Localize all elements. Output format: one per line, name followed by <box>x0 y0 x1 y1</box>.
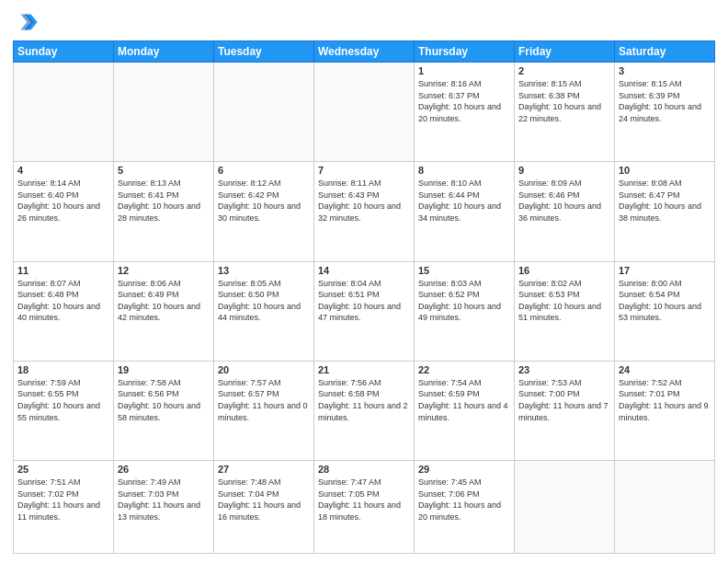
calendar-cell: 28Sunrise: 7:47 AMSunset: 7:05 PMDayligh… <box>314 461 415 554</box>
calendar-cell: 29Sunrise: 7:45 AMSunset: 7:06 PMDayligh… <box>415 461 515 554</box>
calendar-cell: 21Sunrise: 7:56 AMSunset: 6:58 PMDayligh… <box>314 361 415 460</box>
header-day-monday: Monday <box>114 41 214 63</box>
calendar-cell: 20Sunrise: 7:57 AMSunset: 6:57 PMDayligh… <box>214 361 314 460</box>
calendar-cell: 9Sunrise: 8:09 AMSunset: 6:46 PMDaylight… <box>515 162 615 261</box>
calendar-cell: 7Sunrise: 8:11 AMSunset: 6:43 PMDaylight… <box>314 162 415 261</box>
calendar-cell: 10Sunrise: 8:08 AMSunset: 6:47 PMDayligh… <box>615 162 715 261</box>
calendar-cell: 23Sunrise: 7:53 AMSunset: 7:00 PMDayligh… <box>515 361 615 460</box>
day-number: 2 <box>518 65 610 76</box>
calendar-cell <box>314 63 415 162</box>
calendar-cell: 13Sunrise: 8:05 AMSunset: 6:50 PMDayligh… <box>214 261 314 361</box>
calendar-cell: 22Sunrise: 7:54 AMSunset: 6:59 PMDayligh… <box>415 361 515 460</box>
day-number: 11 <box>17 265 109 276</box>
calendar-cell: 19Sunrise: 7:58 AMSunset: 6:56 PMDayligh… <box>114 361 214 460</box>
cell-info: Sunrise: 7:52 AMSunset: 7:01 PMDaylight:… <box>619 377 711 423</box>
calendar-cell: 4Sunrise: 8:14 AMSunset: 6:40 PMDaylight… <box>14 162 114 261</box>
cell-info: Sunrise: 7:57 AMSunset: 6:57 PMDaylight:… <box>218 377 310 423</box>
day-number: 8 <box>418 165 510 176</box>
cell-info: Sunrise: 8:08 AMSunset: 6:47 PMDaylight:… <box>619 178 711 224</box>
day-number: 1 <box>418 65 510 76</box>
day-number: 23 <box>518 364 610 375</box>
header-day-wednesday: Wednesday <box>314 41 415 63</box>
day-number: 29 <box>418 464 510 475</box>
cell-info: Sunrise: 8:15 AMSunset: 6:39 PMDaylight:… <box>619 78 711 124</box>
calendar-cell: 24Sunrise: 7:52 AMSunset: 7:01 PMDayligh… <box>615 361 715 460</box>
calendar-table: SundayMondayTuesdayWednesdayThursdayFrid… <box>13 40 715 554</box>
cell-info: Sunrise: 8:07 AMSunset: 6:48 PMDaylight:… <box>17 278 109 324</box>
cell-info: Sunrise: 7:54 AMSunset: 6:59 PMDaylight:… <box>418 377 510 423</box>
day-number: 26 <box>118 464 210 475</box>
cell-info: Sunrise: 7:47 AMSunset: 7:05 PMDaylight:… <box>318 477 410 523</box>
day-number: 28 <box>318 464 410 475</box>
calendar-cell <box>114 63 214 162</box>
cell-info: Sunrise: 8:12 AMSunset: 6:42 PMDaylight:… <box>218 178 310 224</box>
logo <box>13 9 42 35</box>
cell-info: Sunrise: 8:11 AMSunset: 6:43 PMDaylight:… <box>318 178 410 224</box>
header <box>13 9 715 35</box>
calendar-cell: 25Sunrise: 7:51 AMSunset: 7:02 PMDayligh… <box>14 461 114 554</box>
cell-info: Sunrise: 7:59 AMSunset: 6:55 PMDaylight:… <box>17 377 109 423</box>
calendar-cell <box>515 461 615 554</box>
calendar-cell: 11Sunrise: 8:07 AMSunset: 6:48 PMDayligh… <box>14 261 114 361</box>
cell-info: Sunrise: 8:10 AMSunset: 6:44 PMDaylight:… <box>418 178 510 224</box>
cell-info: Sunrise: 7:51 AMSunset: 7:02 PMDaylight:… <box>17 477 109 523</box>
day-number: 17 <box>619 265 711 276</box>
day-number: 3 <box>619 65 711 76</box>
week-row-0: 1Sunrise: 8:16 AMSunset: 6:37 PMDaylight… <box>14 63 715 162</box>
day-number: 13 <box>218 265 310 276</box>
day-number: 21 <box>318 364 410 375</box>
calendar-cell: 18Sunrise: 7:59 AMSunset: 6:55 PMDayligh… <box>14 361 114 460</box>
calendar-cell: 1Sunrise: 8:16 AMSunset: 6:37 PMDaylight… <box>415 63 515 162</box>
calendar-cell: 26Sunrise: 7:49 AMSunset: 7:03 PMDayligh… <box>114 461 214 554</box>
day-number: 7 <box>318 165 410 176</box>
day-number: 24 <box>619 364 711 375</box>
calendar-cell: 5Sunrise: 8:13 AMSunset: 6:41 PMDaylight… <box>114 162 214 261</box>
calendar-cell <box>14 63 114 162</box>
calendar-cell: 14Sunrise: 8:04 AMSunset: 6:51 PMDayligh… <box>314 261 415 361</box>
calendar-cell: 27Sunrise: 7:48 AMSunset: 7:04 PMDayligh… <box>214 461 314 554</box>
cell-info: Sunrise: 7:53 AMSunset: 7:00 PMDaylight:… <box>518 377 610 423</box>
page: SundayMondayTuesdayWednesdayThursdayFrid… <box>0 0 728 563</box>
cell-info: Sunrise: 7:56 AMSunset: 6:58 PMDaylight:… <box>318 377 410 423</box>
cell-info: Sunrise: 8:09 AMSunset: 6:46 PMDaylight:… <box>518 178 610 224</box>
calendar-cell: 17Sunrise: 8:00 AMSunset: 6:54 PMDayligh… <box>615 261 715 361</box>
cell-info: Sunrise: 8:04 AMSunset: 6:51 PMDaylight:… <box>318 278 410 324</box>
day-number: 9 <box>518 165 610 176</box>
cell-info: Sunrise: 7:49 AMSunset: 7:03 PMDaylight:… <box>118 477 210 523</box>
week-row-1: 4Sunrise: 8:14 AMSunset: 6:40 PMDaylight… <box>14 162 715 261</box>
header-day-saturday: Saturday <box>615 41 715 63</box>
day-number: 14 <box>318 265 410 276</box>
day-number: 6 <box>218 165 310 176</box>
calendar-cell: 15Sunrise: 8:03 AMSunset: 6:52 PMDayligh… <box>415 261 515 361</box>
cell-info: Sunrise: 8:14 AMSunset: 6:40 PMDaylight:… <box>17 178 109 224</box>
day-number: 10 <box>619 165 711 176</box>
header-day-thursday: Thursday <box>415 41 515 63</box>
cell-info: Sunrise: 7:58 AMSunset: 6:56 PMDaylight:… <box>118 377 210 423</box>
cell-info: Sunrise: 8:00 AMSunset: 6:54 PMDaylight:… <box>619 278 711 324</box>
day-number: 25 <box>17 464 109 475</box>
cell-info: Sunrise: 7:45 AMSunset: 7:06 PMDaylight:… <box>418 477 510 523</box>
week-row-4: 25Sunrise: 7:51 AMSunset: 7:02 PMDayligh… <box>14 461 715 554</box>
calendar-cell: 3Sunrise: 8:15 AMSunset: 6:39 PMDaylight… <box>615 63 715 162</box>
day-number: 16 <box>518 265 610 276</box>
day-number: 20 <box>218 364 310 375</box>
day-number: 27 <box>218 464 310 475</box>
header-day-friday: Friday <box>515 41 615 63</box>
cell-info: Sunrise: 8:13 AMSunset: 6:41 PMDaylight:… <box>118 178 210 224</box>
cell-info: Sunrise: 8:06 AMSunset: 6:49 PMDaylight:… <box>118 278 210 324</box>
calendar-cell <box>615 461 715 554</box>
cell-info: Sunrise: 8:03 AMSunset: 6:52 PMDaylight:… <box>418 278 510 324</box>
day-number: 18 <box>17 364 109 375</box>
week-row-2: 11Sunrise: 8:07 AMSunset: 6:48 PMDayligh… <box>14 261 715 361</box>
day-number: 12 <box>118 265 210 276</box>
day-number: 5 <box>118 165 210 176</box>
calendar-cell <box>214 63 314 162</box>
calendar-cell: 2Sunrise: 8:15 AMSunset: 6:38 PMDaylight… <box>515 63 615 162</box>
day-number: 19 <box>118 364 210 375</box>
cell-info: Sunrise: 8:16 AMSunset: 6:37 PMDaylight:… <box>418 78 510 124</box>
header-row: SundayMondayTuesdayWednesdayThursdayFrid… <box>14 41 715 63</box>
calendar-cell: 16Sunrise: 8:02 AMSunset: 6:53 PMDayligh… <box>515 261 615 361</box>
day-number: 4 <box>17 165 109 176</box>
logo-icon <box>13 9 39 35</box>
cell-info: Sunrise: 8:02 AMSunset: 6:53 PMDaylight:… <box>518 278 610 324</box>
